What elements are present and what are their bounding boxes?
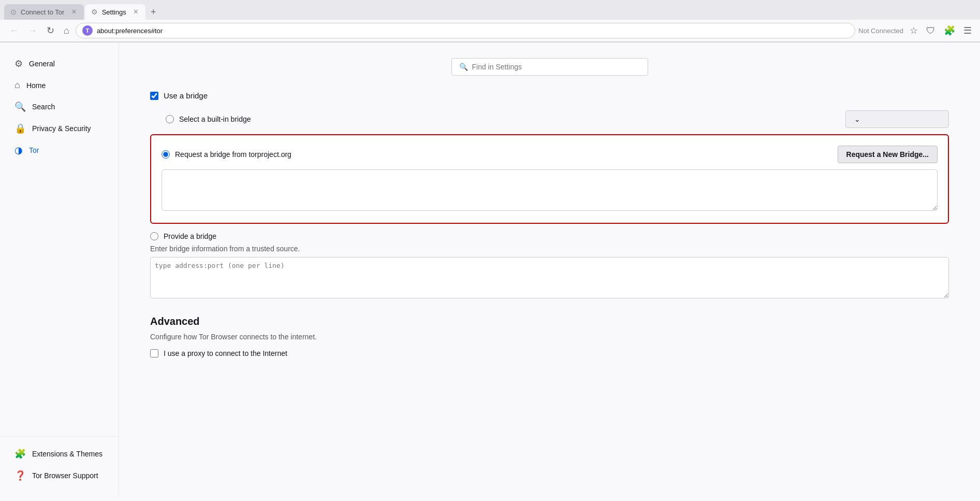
sidebar-top: ⚙ General ⌂ Home 🔍 Search 🔒 Privacy & Se… (0, 53, 119, 161)
browser-chrome: ⊙ Connect to Tor × ⚙ Settings × + ← → ↻ … (0, 0, 980, 42)
settings-tab-icon: ⚙ (91, 8, 98, 16)
provide-bridge-section: Provide a bridge Enter bridge informatio… (150, 232, 949, 300)
shield-button[interactable]: 🛡 (924, 23, 938, 38)
sidebar-support-label: Tor Browser Support (32, 471, 98, 480)
request-radio-group: Request a bridge from torproject.org (162, 150, 291, 159)
find-search-icon: 🔍 (459, 63, 468, 71)
nav-bar: ← → ↻ ⌂ T about:preferences#tor Not Conn… (0, 20, 980, 42)
sidebar-item-search[interactable]: 🔍 Search (4, 96, 114, 118)
address-url: about:preferences#tor (97, 27, 849, 35)
advanced-section: Advanced Configure how Tor Browser conne… (150, 316, 949, 357)
connection-status: Not Connected (858, 27, 903, 35)
nav-right-buttons: Not Connected ☆ 🛡 🧩 ☰ (858, 23, 974, 38)
sidebar-item-extensions-themes[interactable]: 🧩 Extensions & Themes (4, 443, 114, 465)
request-bridge-radio[interactable] (162, 150, 170, 159)
main-layout: ⚙ General ⌂ Home 🔍 Search 🔒 Privacy & Se… (0, 42, 980, 497)
find-settings-input[interactable] (472, 63, 640, 71)
connect-tab-label: Connect to Tor (21, 8, 64, 16)
privacy-icon: 🔒 (14, 123, 26, 134)
use-bridge-checkbox[interactable] (150, 92, 158, 100)
tab-settings[interactable]: ⚙ Settings × (85, 4, 145, 20)
sidebar: ⚙ General ⌂ Home 🔍 Search 🔒 Privacy & Se… (0, 42, 119, 497)
sidebar-item-home[interactable]: ⌂ Home (4, 75, 114, 96)
settings-tab-label: Settings (102, 8, 126, 16)
proxy-label: I use a proxy to connect to the Internet (164, 349, 287, 357)
sidebar-search-label: Search (32, 103, 55, 111)
settings-tab-close[interactable]: × (133, 7, 139, 17)
sidebar-item-general[interactable]: ⚙ General (4, 53, 114, 75)
connect-tab-icon: ⊙ (10, 8, 17, 16)
advanced-title: Advanced (150, 316, 949, 327)
use-bridge-label: Use a bridge (164, 91, 208, 100)
provide-radio-row: Provide a bridge (150, 232, 949, 240)
select-builtin-label: Select a built-in bridge (179, 115, 251, 123)
extensions-themes-icon: 🧩 (14, 448, 26, 460)
search-icon: 🔍 (14, 101, 26, 112)
sidebar-privacy-label: Privacy & Security (32, 124, 91, 133)
find-settings-wrap: 🔍 (150, 58, 949, 76)
dropdown-placeholder: ⌄ (854, 115, 860, 123)
request-new-bridge-button[interactable]: Request a New Bridge... (838, 146, 938, 163)
tab-connect-to-tor[interactable]: ⊙ Connect to Tor × (4, 4, 84, 20)
menu-button[interactable]: ☰ (961, 23, 974, 38)
request-bridge-row: Request a bridge from torproject.org Req… (162, 146, 938, 163)
provide-bridge-description: Enter bridge information from a trusted … (150, 245, 949, 253)
sidebar-item-tor[interactable]: ◑ Tor (4, 139, 114, 161)
use-bridge-row: Use a bridge (150, 91, 949, 100)
advanced-description: Configure how Tor Browser connects to th… (150, 333, 949, 341)
request-bridge-section: Request a bridge from torproject.org Req… (150, 134, 949, 224)
builtin-bridge-dropdown[interactable]: ⌄ (845, 110, 949, 128)
provide-bridge-label: Provide a bridge (164, 232, 216, 240)
select-builtin-radio[interactable] (166, 115, 174, 123)
tab-bar: ⊙ Connect to Tor × ⚙ Settings × + (0, 0, 980, 20)
home-button[interactable]: ⌂ (61, 23, 72, 38)
sidebar-general-label: General (29, 60, 55, 68)
back-button[interactable]: ← (6, 23, 22, 38)
sidebar-extensions-label: Extensions & Themes (32, 450, 103, 458)
request-bridge-label: Request a bridge from torproject.org (175, 150, 291, 159)
reload-button[interactable]: ↻ (43, 23, 57, 38)
home-icon: ⌂ (14, 80, 20, 91)
extensions-button[interactable]: 🧩 (942, 23, 957, 38)
support-icon: ❓ (14, 470, 26, 481)
address-bar[interactable]: T about:preferences#tor (76, 23, 855, 38)
general-icon: ⚙ (14, 58, 23, 69)
sidebar-tor-label: Tor (29, 146, 39, 154)
bookmark-star-button[interactable]: ☆ (908, 23, 920, 38)
request-bridge-textarea[interactable] (162, 169, 938, 211)
sidebar-bottom: 🧩 Extensions & Themes ❓ Tor Browser Supp… (0, 436, 119, 486)
connect-tab-close[interactable]: × (70, 7, 77, 17)
new-tab-button[interactable]: + (147, 5, 160, 20)
proxy-checkbox[interactable] (150, 349, 158, 357)
forward-button[interactable]: → (25, 23, 40, 38)
sidebar-home-label: Home (26, 81, 46, 90)
tor-browser-icon: T (82, 25, 93, 36)
provide-bridge-textarea[interactable] (150, 257, 949, 298)
provide-bridge-radio[interactable] (150, 232, 158, 240)
sidebar-item-tor-support[interactable]: ❓ Tor Browser Support (4, 465, 114, 486)
select-builtin-row: Select a built-in bridge ⌄ (150, 110, 949, 128)
proxy-row: I use a proxy to connect to the Internet (150, 349, 949, 357)
find-settings-bar[interactable]: 🔍 (451, 58, 648, 76)
sidebar-item-privacy-security[interactable]: 🔒 Privacy & Security (4, 118, 114, 139)
content-area: 🔍 Use a bridge Select a built-in bridge … (119, 42, 980, 497)
tor-icon: ◑ (14, 145, 23, 156)
